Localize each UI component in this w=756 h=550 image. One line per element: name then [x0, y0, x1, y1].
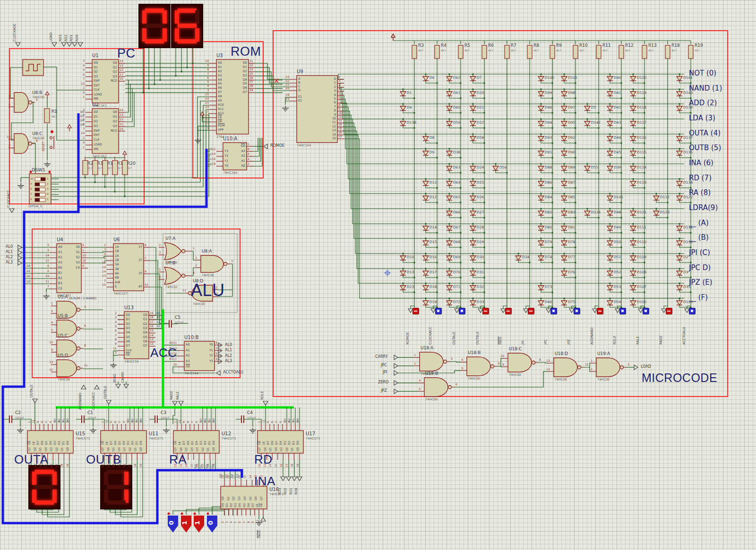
diode-d35[interactable] [677, 286, 682, 290]
diode-d77[interactable] [561, 256, 567, 260]
diode-d123[interactable] [653, 211, 659, 215]
diode-d34[interactable] [515, 256, 521, 260]
diode-d55[interactable] [584, 166, 590, 170]
terminal-carry[interactable] [394, 355, 398, 360]
probe-jpz[interactable] [574, 308, 580, 314]
diode-d28[interactable] [470, 226, 476, 230]
diode-d10[interactable] [400, 256, 406, 260]
diode-d11[interactable] [423, 181, 429, 186]
diode-d15[interactable] [423, 241, 429, 245]
resistor-r9[interactable] [550, 45, 555, 59]
diode-d24[interactable] [470, 166, 476, 170]
diode-d3[interactable] [677, 271, 682, 275]
gate-u7-a[interactable] [159, 243, 192, 260]
diode-d122[interactable] [677, 196, 682, 200]
probe-addnand[interactable] [597, 308, 603, 314]
diode-d131[interactable] [677, 226, 682, 230]
diode-d116[interactable] [630, 136, 636, 141]
resistor-r7[interactable] [505, 45, 509, 59]
reset-button[interactable] [50, 146, 52, 149]
gate-u8-a[interactable] [195, 255, 230, 272]
terminal-jpi[interactable] [394, 371, 398, 375]
diode-d33[interactable] [470, 301, 476, 305]
diode-d87[interactable] [561, 181, 567, 186]
probe-outale[interactable] [459, 308, 465, 314]
diode-d12[interactable] [423, 196, 429, 200]
diode-d74[interactable] [538, 256, 544, 260]
diode-d6[interactable] [423, 76, 429, 81]
resistor-r3[interactable] [412, 45, 417, 59]
diode-d68[interactable] [447, 241, 452, 245]
diode-d8[interactable] [423, 136, 429, 141]
diode-d13[interactable] [400, 271, 406, 275]
diode-d78[interactable] [561, 241, 567, 245]
dip-slider[interactable] [35, 188, 40, 191]
diode-d38[interactable] [447, 151, 452, 155]
diode-d22[interactable] [470, 121, 476, 126]
resistor-r13[interactable] [642, 45, 647, 59]
diode-d58[interactable] [470, 136, 476, 141]
seven-seg-display-3[interactable] [100, 465, 132, 509]
diode-d9[interactable] [423, 151, 429, 155]
diode-d75[interactable] [561, 301, 567, 305]
probe-raoe[interactable] [666, 308, 672, 314]
diode-d66[interactable] [447, 211, 452, 215]
diode-d16[interactable] [423, 256, 429, 260]
diode-d59[interactable] [447, 121, 452, 126]
gate-u18-d[interactable] [548, 358, 584, 377]
probe-rdle[interactable] [619, 308, 626, 314]
diode-d130[interactable] [677, 241, 682, 245]
gate-u7-b[interactable] [159, 267, 192, 284]
resistor-r4[interactable] [435, 45, 439, 59]
resistor-r18[interactable] [665, 45, 670, 59]
diode-d79[interactable] [538, 241, 544, 245]
diode-d64[interactable] [447, 181, 452, 186]
dip-slider[interactable] [35, 198, 40, 202]
diode-d114[interactable] [630, 166, 636, 170]
diode-d95[interactable] [561, 121, 567, 126]
diode-d86[interactable] [538, 181, 544, 186]
resistor-r8[interactable] [527, 45, 532, 59]
terminal-rd2[interactable] [286, 477, 291, 481]
dip-slider[interactable] [41, 178, 45, 181]
resistor-r10[interactable] [573, 45, 578, 59]
terminal-raoe[interactable] [172, 401, 177, 405]
diode-d51[interactable] [607, 256, 613, 260]
terminal-rd3[interactable] [61, 42, 66, 46]
resistor-r12[interactable] [619, 45, 624, 59]
diode-d94[interactable] [538, 121, 544, 126]
diode-d134[interactable] [677, 181, 682, 186]
diode-d7[interactable] [470, 76, 476, 81]
diode-d71[interactable] [447, 286, 452, 290]
diode-d108[interactable] [630, 271, 636, 275]
diode-d83[interactable] [561, 211, 567, 215]
resistor-r5[interactable] [458, 45, 463, 59]
diode-d142[interactable] [584, 121, 590, 126]
diode-d88[interactable] [538, 166, 544, 170]
terminal-load[interactable] [52, 42, 57, 46]
terminal-jpz[interactable] [394, 389, 398, 394]
seven-seg-display-2[interactable] [28, 465, 60, 509]
diode-d120[interactable] [630, 76, 636, 81]
probe-jpc[interactable] [550, 308, 557, 314]
resistor-r19[interactable] [688, 45, 693, 59]
diode-d121[interactable] [630, 211, 636, 215]
diode-d31[interactable] [470, 271, 476, 275]
diode-d90[interactable] [561, 151, 567, 155]
terminal-rd0[interactable] [78, 42, 83, 46]
diode-d70[interactable] [447, 271, 452, 275]
diode-d115[interactable] [630, 151, 636, 155]
probe-jpi[interactable] [528, 308, 534, 314]
clock-source[interactable] [23, 59, 43, 76]
diode-d72[interactable] [447, 301, 452, 305]
diode-d60[interactable] [447, 106, 452, 110]
diode-d81[interactable] [561, 226, 567, 230]
terminal-acctoalu[interactable] [216, 371, 220, 375]
diode-d107[interactable] [630, 286, 636, 290]
gate-u18-a[interactable] [414, 352, 450, 371]
diode-d126[interactable] [677, 301, 682, 305]
diode-d5[interactable] [584, 106, 590, 110]
terminal-jpc[interactable] [394, 364, 398, 368]
diode-d65[interactable] [447, 196, 452, 200]
terminal-outble[interactable] [106, 400, 111, 404]
